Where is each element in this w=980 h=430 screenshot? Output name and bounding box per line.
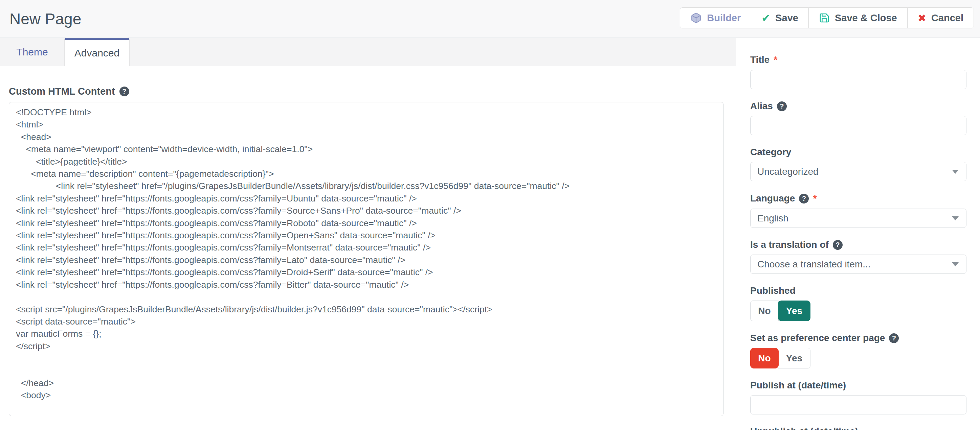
custom-html-textarea[interactable]: <!DOCTYPE html> <html> <head> <meta name… (9, 102, 724, 416)
cancel-button-label: Cancel (931, 13, 963, 24)
advanced-tab-content: Custom HTML Content ? <!DOCTYPE html> <h… (0, 66, 736, 430)
chevron-down-icon (952, 216, 959, 221)
publish-at-input[interactable] (750, 395, 966, 414)
required-asterisk: * (813, 193, 817, 204)
translation-select[interactable]: Choose a translated item... (750, 255, 966, 274)
unpublish-at-field: Unpublish at (date/time) (750, 426, 966, 430)
alias-field: Alias ? (750, 101, 966, 135)
floppy-icon (819, 13, 830, 23)
published-toggle: No Yes (750, 300, 810, 321)
page-title: New Page (10, 10, 81, 28)
main-panel: Theme Advanced Custom HTML Content ? <!D… (0, 38, 736, 430)
published-label: Published (750, 285, 966, 296)
published-toggle-yes[interactable]: Yes (778, 300, 810, 321)
title-label: Title * (750, 54, 966, 65)
page-settings-sidebar: Title * Alias ? Category Uncategorized L (736, 38, 980, 430)
x-icon (918, 12, 926, 24)
category-label: Category (750, 147, 966, 157)
preference-center-label: Set as preference center page ? (750, 333, 966, 343)
save-button[interactable]: Save (751, 8, 809, 28)
custom-html-label-text: Custom HTML Content (9, 86, 115, 97)
language-select[interactable]: English (750, 209, 966, 228)
tab-advanced[interactable]: Advanced (64, 38, 130, 66)
preference-center-toggle-yes[interactable]: Yes (778, 348, 810, 368)
cube-icon (690, 12, 702, 24)
translation-select-value: Choose a translated item... (757, 259, 871, 270)
page-body: Theme Advanced Custom HTML Content ? <!D… (0, 38, 980, 430)
published-field: Published No Yes (750, 285, 966, 321)
required-asterisk: * (773, 54, 778, 65)
language-select-value: English (757, 213, 789, 224)
help-icon[interactable]: ? (119, 87, 129, 96)
title-field: Title * (750, 54, 966, 89)
language-label: Language ? * (750, 193, 966, 204)
alias-input[interactable] (750, 116, 966, 135)
preference-center-field: Set as preference center page ? No Yes (750, 333, 966, 368)
published-toggle-no[interactable]: No (750, 300, 779, 321)
help-icon[interactable]: ? (889, 333, 899, 343)
category-field: Category Uncategorized (750, 147, 966, 181)
preference-center-toggle: No Yes (750, 348, 810, 368)
category-select[interactable]: Uncategorized (750, 162, 966, 181)
save-button-label: Save (775, 13, 798, 24)
unpublish-at-label: Unpublish at (date/time) (750, 426, 966, 430)
chevron-down-icon (952, 170, 959, 174)
category-select-value: Uncategorized (757, 166, 819, 177)
builder-button-label: Builder (707, 13, 741, 24)
page-header: New Page Builder Save (0, 0, 980, 38)
help-icon[interactable]: ? (833, 240, 843, 250)
translation-field: Is a translation of ? Choose a translate… (750, 240, 966, 274)
chevron-down-icon (952, 262, 959, 267)
publish-at-label: Publish at (date/time) (750, 380, 966, 391)
builder-button[interactable]: Builder (680, 8, 751, 28)
custom-html-label: Custom HTML Content ? (9, 86, 736, 97)
save-close-button-label: Save & Close (835, 13, 897, 24)
tab-bar: Theme Advanced (0, 38, 736, 66)
help-icon[interactable]: ? (799, 194, 809, 203)
publish-at-field: Publish at (date/time) (750, 380, 966, 414)
title-input[interactable] (750, 70, 966, 89)
save-close-button[interactable]: Save & Close (809, 8, 908, 28)
preference-center-toggle-no[interactable]: No (750, 348, 779, 368)
translation-label: Is a translation of ? (750, 240, 966, 250)
alias-label: Alias ? (750, 101, 966, 111)
language-field: Language ? * English (750, 193, 966, 228)
header-actions: Builder Save Save & Close Cancel (680, 8, 974, 29)
help-icon[interactable]: ? (777, 102, 787, 111)
tab-theme[interactable]: Theme (0, 38, 64, 66)
cancel-button[interactable]: Cancel (908, 8, 974, 28)
check-icon (761, 12, 770, 24)
